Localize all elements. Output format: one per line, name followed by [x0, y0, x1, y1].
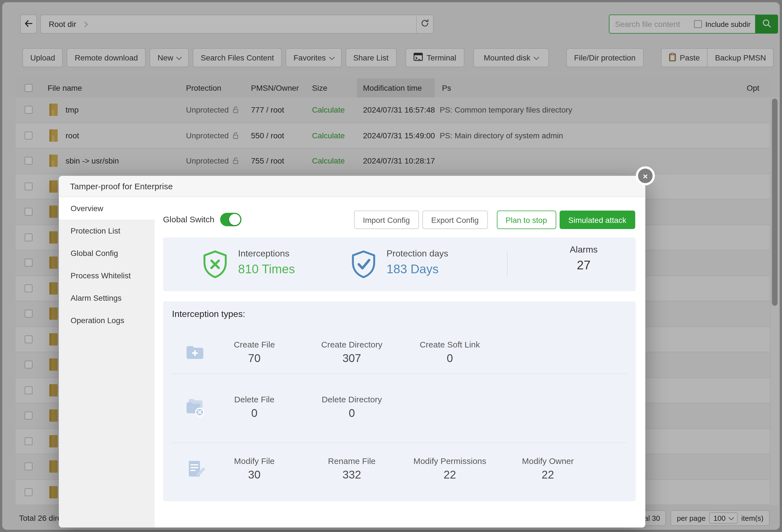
type-stat: Modify File30: [212, 456, 296, 481]
type-stat: Create Soft Link0: [408, 340, 492, 365]
stats-panel: Interceptions 810 Times Protection days …: [163, 237, 636, 291]
folder-plus-icon: [185, 342, 205, 362]
modify-types-row: Modify File30 Rename File332 Modify Perm…: [163, 444, 636, 494]
shield-check-icon: [348, 249, 379, 279]
stats-divider: [507, 252, 507, 277]
type-stat: Create Directory307: [310, 340, 394, 365]
create-types-row: Create File70 Create Directory307 Create…: [163, 327, 636, 377]
type-stat: Delete Directory0: [310, 394, 394, 420]
sidebar-item-alarm-settings[interactable]: Alarm Settings: [59, 287, 154, 309]
interception-types-heading: Interception types:: [172, 309, 245, 319]
tamper-proof-modal: Tamper-proof for Enterprise × Overview P…: [59, 176, 645, 528]
modal-header: Tamper-proof for Enterprise: [59, 176, 645, 197]
sidebar-item-process-whitelist[interactable]: Process Whitelist: [59, 264, 154, 287]
divider: [171, 443, 628, 443]
sidebar-item-protection-list[interactable]: Protection List: [59, 220, 154, 242]
plan-to-stop-button[interactable]: Plan to stop: [497, 211, 556, 229]
delete-types-row: Delete File0 Delete Directory0: [163, 382, 636, 432]
sidebar-item-overview[interactable]: Overview: [59, 197, 154, 220]
close-button[interactable]: ×: [636, 166, 655, 185]
document-edit-icon: [185, 459, 205, 479]
modal-main: Global Switch Import Config Export Confi…: [154, 197, 645, 528]
global-switch-toggle[interactable]: [220, 213, 242, 226]
modal-title: Tamper-proof for Enterprise: [70, 176, 173, 197]
shield-x-icon: [200, 249, 230, 279]
alarms-stat: Alarms 27: [539, 245, 629, 273]
type-stat: Create File70: [212, 340, 296, 365]
protection-days-stat: Protection days 183 Days: [387, 249, 449, 277]
type-stat: Delete File0: [212, 394, 296, 420]
close-icon: ×: [643, 171, 648, 181]
export-config-button[interactable]: Export Config: [422, 211, 488, 229]
modal-sidebar: Overview Protection List Global Config P…: [59, 197, 154, 528]
folder-delete-icon: [185, 397, 205, 417]
sidebar-item-operation-logs[interactable]: Operation Logs: [59, 309, 154, 332]
interceptions-stat: Interceptions 810 Times: [238, 249, 295, 277]
interception-types-panel: Interception types: Create File70 Create…: [163, 301, 636, 501]
type-stat: Modify Permissions22: [408, 456, 492, 481]
import-config-button[interactable]: Import Config: [354, 211, 419, 229]
simulated-attack-button[interactable]: Simulated attack: [559, 211, 635, 229]
divider: [171, 374, 628, 374]
type-stat: Rename File332: [310, 456, 394, 481]
type-stat: Modify Owner22: [506, 456, 590, 481]
sidebar-item-global-config[interactable]: Global Config: [59, 242, 154, 264]
global-switch-label: Global Switch: [163, 213, 214, 226]
